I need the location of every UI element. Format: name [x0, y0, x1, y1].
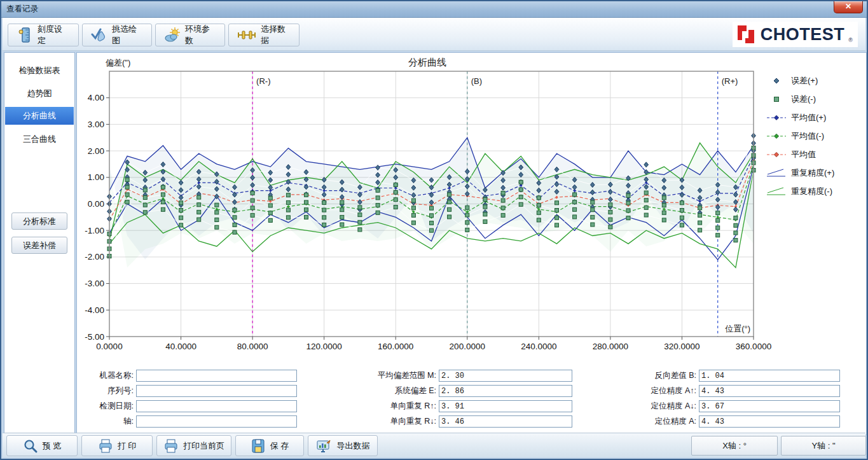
save-label: 保 存 [270, 440, 289, 452]
legend-label: 重复精度(-) [791, 186, 832, 197]
sidebar-item-analysis-curve[interactable]: 分析曲线 [5, 107, 74, 125]
error-compensation-label: 误差补偿 [23, 240, 56, 251]
error-plus-marker-icon [766, 76, 787, 85]
chotest-logo-mark-icon [735, 24, 757, 45]
mean-plus-line-icon [766, 113, 787, 122]
repeat-minus-lines-icon [766, 186, 787, 197]
ruler-icon [17, 27, 33, 43]
mean-deviation-range-field[interactable] [439, 370, 572, 382]
svg-text:200.0000: 200.0000 [450, 342, 485, 351]
pick-plot-button[interactable]: 挑选绘图 [82, 24, 152, 46]
system-deviation-field[interactable] [439, 385, 572, 397]
svg-text:(R-): (R-) [256, 76, 270, 86]
bottom-toolbar: 预 览 打 印 打印当前页 保 存 [3, 433, 865, 457]
title-bar: 查看记录 ✕ [1, 1, 867, 18]
reverse-difference-field[interactable] [699, 370, 840, 382]
machine-name-field[interactable] [136, 370, 297, 382]
app-window: 查看记录 ✕ 刻度设定 挑选绘图 [0, 0, 868, 460]
legend-item-repeat-minus: 重复精度(-) [766, 182, 861, 200]
svg-text:(R+): (R+) [722, 76, 738, 86]
deviation-results-form: 平均偏差范围 M: 系统偏差 E: 单向重复 R↑: 单向重复 R↓: [356, 370, 572, 428]
chart-legend: 误差(+) 误差(-) 平均值(+) 平均值(-) 平均值 [766, 71, 861, 200]
unidirectional-repeat-up-label: 单向重复 R↑: [356, 401, 436, 412]
positioning-accuracy-up-field[interactable] [699, 385, 840, 397]
close-button[interactable]: ✕ [834, 1, 863, 13]
svg-text:3.00: 3.00 [88, 120, 104, 129]
legend-label: 平均值(+) [791, 112, 826, 123]
positioning-accuracy-down-field[interactable] [699, 400, 840, 412]
svg-text:1.00: 1.00 [88, 172, 104, 182]
save-button[interactable]: 保 存 [235, 435, 304, 456]
analysis-curve-chart: (R-)(B)(R+)4.003.002.001.000.00-1.00-2.0… [83, 56, 779, 361]
window-title: 查看记录 [6, 4, 38, 15]
brand-registered-mark: ® [848, 37, 853, 43]
range-slider-icon [237, 27, 256, 43]
test-date-field[interactable] [136, 400, 297, 412]
machine-info-form: 机器名称: 序列号: 检测日期: 轴: [83, 370, 297, 428]
select-data-label: 选择数据 [261, 24, 291, 46]
preview-button[interactable]: 预 览 [6, 435, 78, 456]
floppy-disk-icon [251, 438, 266, 454]
y-axis-unit-label: Y轴 : " [811, 440, 835, 452]
analysis-standard-label: 分析标准 [23, 216, 56, 227]
svg-text:320.0000: 320.0000 [664, 342, 699, 351]
brand-logo: CHOTEST ® [733, 22, 858, 47]
legend-item-mean-minus: 平均值(-) [766, 127, 861, 145]
close-icon: ✕ [845, 2, 851, 11]
legend-label: 平均值 [791, 149, 816, 160]
scale-setting-label: 刻度设定 [38, 24, 70, 46]
sidebar-item-label: 检验数据表 [19, 66, 60, 75]
svg-text:120.0000: 120.0000 [307, 342, 342, 351]
x-axis-unit-button[interactable]: X轴 : ° [691, 436, 778, 456]
axis-label: 轴: [83, 416, 134, 427]
positioning-accuracy-up-label: 定位精度 A↑: [626, 386, 696, 396]
system-deviation-label: 系统偏差 E: [356, 386, 436, 396]
y-axis-unit-button[interactable]: Y轴 : " [781, 436, 866, 456]
scale-setting-button[interactable]: 刻度设定 [8, 24, 79, 46]
svg-text:-1.00: -1.00 [85, 226, 104, 235]
svg-text:360.0000: 360.0000 [736, 342, 771, 351]
legend-label: 平均值(-) [791, 130, 824, 142]
legend-item-mean: 平均值 [766, 145, 861, 164]
sidebar-item-trend-chart[interactable]: 趋势图 [5, 85, 74, 102]
svg-text:偏差("): 偏差(") [105, 58, 130, 67]
test-date-label: 检测日期: [83, 401, 134, 412]
sidebar-item-label: 分析曲线 [23, 111, 56, 120]
sidebar-item-label: 三合曲线 [23, 134, 56, 144]
legend-item-error-plus: 误差(+) [766, 71, 861, 90]
svg-text:280.0000: 280.0000 [593, 342, 628, 351]
export-data-label: 导出数据 [337, 440, 370, 452]
positioning-accuracy-label: 定位精度 A: [626, 416, 696, 427]
print-button[interactable]: 打 印 [81, 435, 153, 456]
select-data-button[interactable]: 选择数据 [228, 24, 300, 46]
error-minus-marker-icon [766, 95, 787, 104]
unidirectional-repeat-down-label: 单向重复 R↓: [356, 416, 436, 427]
print-current-page-button[interactable]: 打印当前页 [156, 435, 231, 456]
axis-field[interactable] [136, 415, 297, 428]
printer-icon [98, 438, 113, 454]
magnifier-icon [23, 438, 38, 454]
svg-text:4.00: 4.00 [88, 93, 104, 102]
pick-plot-label: 挑选绘图 [112, 24, 143, 46]
sidebar-item-triple-curve[interactable]: 三合曲线 [5, 130, 74, 148]
svg-text:2.00: 2.00 [88, 146, 104, 156]
reverse-difference-label: 反向差值 B: [626, 370, 696, 381]
top-toolbar: 刻度设定 挑选绘图 环境参数 [3, 18, 865, 51]
left-sidebar: 检验数据表 趋势图 分析曲线 三合曲线 分析标准 误差补偿 [4, 52, 75, 435]
svg-text:80.0000: 80.0000 [237, 342, 268, 351]
analysis-standard-button[interactable]: 分析标准 [11, 213, 67, 230]
hand-check-icon [91, 27, 107, 43]
error-compensation-button[interactable]: 误差补偿 [11, 237, 67, 254]
legend-item-error-minus: 误差(-) [766, 90, 861, 108]
svg-text:(B): (B) [471, 76, 482, 86]
mean-minus-line-icon [766, 132, 787, 141]
environment-params-button[interactable]: 环境参数 [155, 24, 225, 46]
serial-number-field[interactable] [136, 385, 297, 397]
unidirectional-repeat-down-field[interactable] [439, 415, 572, 428]
positioning-accuracy-field[interactable] [699, 415, 840, 428]
sidebar-item-data-table[interactable]: 检验数据表 [5, 62, 74, 80]
export-data-button[interactable]: 导出数据 [308, 435, 378, 456]
unidirectional-repeat-up-field[interactable] [439, 400, 572, 412]
svg-text:-5.00: -5.00 [85, 332, 104, 342]
legend-label: 误差(+) [791, 75, 818, 87]
